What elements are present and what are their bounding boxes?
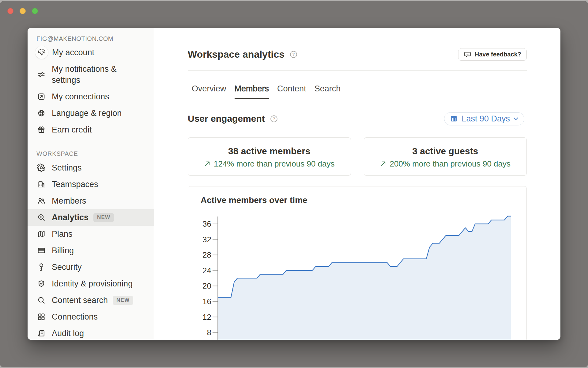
calendar-icon — [450, 115, 458, 123]
stat-card-38-active-members: 38 active members124% more than previous… — [188, 137, 351, 176]
sidebar-item-label: My connections — [52, 91, 109, 102]
page-title: Workspace analytics — [188, 49, 285, 60]
sidebar-item-analytics[interactable]: AnalyticsNEW — [28, 209, 154, 226]
tab-content[interactable]: Content — [273, 71, 310, 99]
tab-members[interactable]: Members — [231, 71, 273, 99]
svg-text:?: ? — [292, 52, 295, 57]
engagement-stat-cards: 38 active members124% more than previous… — [188, 137, 527, 176]
stat-value: 38 active members — [228, 146, 311, 157]
building-icon — [37, 180, 46, 189]
stat-change-label: 200% more than previous 90 days — [390, 159, 511, 168]
traffic-lights — [7, 8, 38, 14]
sidebar-item-my-connections[interactable]: My connections — [28, 88, 154, 105]
sidebar-item-label: Security — [52, 262, 82, 273]
y-tick-label: 12 — [202, 312, 211, 322]
sidebar-item-connections[interactable]: Connections — [28, 309, 154, 325]
y-tick-label: 16 — [202, 297, 211, 306]
date-range-button[interactable]: Last 90 Days — [444, 112, 524, 125]
zoom-button[interactable] — [32, 8, 38, 14]
sidebar-item-my-notifications-and-settings[interactable]: My notifications & settings — [28, 61, 154, 88]
minimize-button[interactable] — [20, 8, 26, 14]
magnifier-icon — [37, 296, 46, 305]
trend-up-arrow-icon — [380, 160, 386, 167]
sidebar-item-teamspaces[interactable]: Teamspaces — [28, 176, 154, 193]
sidebar-item-label: Connections — [52, 311, 98, 322]
key-icon — [37, 263, 46, 271]
sidebar-item-label: My notifications & settings — [52, 63, 128, 86]
arrow-up-right-box-icon — [37, 92, 46, 101]
stat-card-3-active-guests: 3 active guests200% more than previous 9… — [364, 137, 527, 176]
globe-icon — [37, 109, 46, 117]
sidebar-item-earn-credit[interactable]: Earn credit — [28, 121, 154, 138]
sidebar-item-label: Audit log — [52, 328, 84, 339]
map-icon — [37, 230, 46, 238]
sidebar-item-billing[interactable]: Billing — [28, 242, 154, 259]
y-tick-label: 32 — [202, 235, 211, 244]
sidebar-account-nav: My accountMy notifications & settingsMy … — [28, 44, 154, 138]
grid-icon — [37, 312, 46, 321]
stat-value: 3 active guests — [412, 146, 478, 157]
help-icon[interactable]: ? — [290, 51, 297, 58]
settings-dialog: FIG@MAKENOTION.COM My accountMy notifica… — [28, 28, 560, 340]
people-icon — [37, 197, 46, 205]
new-badge: NEW — [113, 296, 133, 305]
sidebar-item-label: Teamspaces — [52, 179, 98, 190]
sidebar-item-label: Members — [52, 195, 86, 206]
y-tick-label: 20 — [202, 281, 211, 290]
chart-area-fill — [218, 216, 511, 340]
sidebar-item-label: My account — [52, 47, 94, 58]
date-range-label: Last 90 Days — [462, 114, 510, 124]
chevron-down-icon — [514, 117, 518, 120]
sidebar-item-label: Language & region — [52, 108, 122, 119]
settings-sidebar: FIG@MAKENOTION.COM My accountMy notifica… — [28, 28, 154, 340]
account-email-label: FIG@MAKENOTION.COM — [36, 33, 154, 44]
scroll-icon — [37, 329, 46, 338]
shield-check-icon — [37, 279, 46, 288]
sidebar-item-plans[interactable]: Plans — [28, 226, 154, 242]
speech-bubble-icon — [464, 51, 471, 58]
have-feedback-label: Have feedback? — [475, 51, 521, 58]
active-members-chart-card: Active members over time 812162024283236 — [188, 186, 527, 340]
gift-icon — [37, 125, 46, 134]
sidebar-workspace-nav: SettingsTeamspacesMembersAnalyticsNEWPla… — [28, 159, 154, 340]
sliders-icon — [37, 70, 46, 79]
stat-change-label: 124% more than previous 90 days — [214, 159, 335, 168]
sidebar-item-label: Content search — [52, 295, 108, 306]
trend-up-arrow-icon — [204, 160, 211, 167]
analytics-main-panel: Workspace analytics ? Have feedback? Ove… — [154, 28, 560, 340]
analytics-tabs: OverviewMembersContentSearch — [188, 71, 527, 99]
sidebar-section-workspace: WORKSPACE — [36, 148, 154, 159]
sidebar-item-security[interactable]: Security — [28, 259, 154, 275]
sidebar-item-label: Settings — [52, 162, 82, 173]
tab-search[interactable]: Search — [311, 71, 345, 99]
gear-icon — [37, 163, 46, 172]
close-button[interactable] — [7, 8, 13, 14]
sidebar-item-label: Earn credit — [52, 124, 92, 135]
avatar — [35, 46, 48, 59]
have-feedback-button[interactable]: Have feedback? — [458, 48, 527, 61]
y-tick-label: 36 — [202, 219, 211, 228]
sidebar-item-my-account[interactable]: My account — [28, 44, 154, 61]
user-engagement-heading: User engagement — [188, 113, 265, 124]
credit-card-icon — [37, 246, 46, 255]
sidebar-item-content-search[interactable]: Content searchNEW — [28, 292, 154, 309]
sidebar-item-language-and-region[interactable]: Language & region — [28, 105, 154, 121]
svg-text:?: ? — [273, 117, 275, 121]
sidebar-item-audit-log[interactable]: Audit log — [28, 325, 154, 340]
sidebar-item-label: Identity & provisioning — [52, 278, 133, 289]
tab-overview[interactable]: Overview — [188, 71, 230, 99]
active-members-area-chart: 812162024283236 — [188, 186, 527, 340]
sidebar-item-label: Billing — [52, 245, 74, 256]
y-tick-label: 8 — [207, 328, 211, 337]
new-badge: NEW — [93, 213, 114, 222]
y-tick-label: 24 — [202, 266, 211, 275]
help-icon[interactable]: ? — [270, 115, 277, 122]
sidebar-item-label: Analytics — [52, 212, 89, 223]
y-tick-label: 28 — [202, 250, 211, 259]
sidebar-item-label: Plans — [52, 228, 73, 240]
sidebar-item-members[interactable]: Members — [28, 193, 154, 209]
sidebar-item-identity-and-provisioning[interactable]: Identity & provisioning — [28, 275, 154, 292]
sidebar-item-settings[interactable]: Settings — [28, 159, 154, 176]
magnifier-sparkle-icon — [37, 213, 46, 222]
